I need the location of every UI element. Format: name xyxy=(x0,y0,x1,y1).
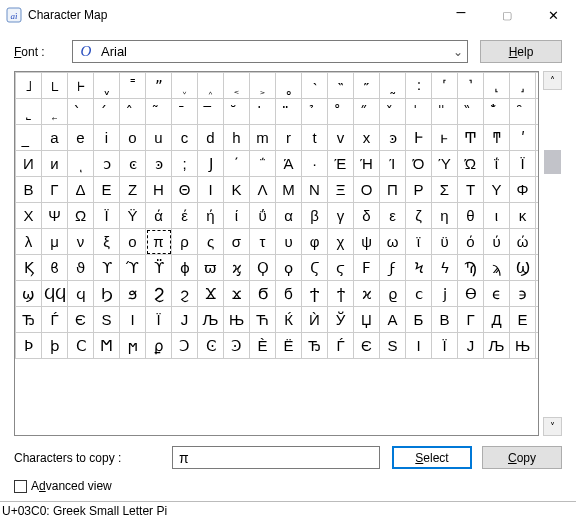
scroll-down-button[interactable]: ˅ xyxy=(543,417,562,436)
grid-cell[interactable]: Ћ xyxy=(250,307,276,333)
grid-cell[interactable]: Б xyxy=(406,307,432,333)
grid-cell[interactable]: Г xyxy=(458,307,484,333)
grid-cell[interactable]: ̀ xyxy=(68,99,94,125)
grid-cell[interactable]: δ xyxy=(354,203,380,229)
grid-cell[interactable]: h xyxy=(224,125,250,151)
grid-cell[interactable]: ϵ xyxy=(484,281,510,307)
grid-cell[interactable]: Ξ xyxy=(328,177,354,203)
grid-cell[interactable]: ͽ xyxy=(146,151,172,177)
grid-cell[interactable]: λ xyxy=(536,203,540,229)
grid-cell[interactable]: ˷ xyxy=(380,73,406,99)
grid-cell[interactable]: В xyxy=(432,307,458,333)
grid-cell[interactable]: Ο xyxy=(354,177,380,203)
grid-cell[interactable]: ϻ xyxy=(120,333,146,359)
grid-cell[interactable]: ΰ xyxy=(250,203,276,229)
grid-cell[interactable]: Ώ xyxy=(458,151,484,177)
grid-cell[interactable]: Њ xyxy=(224,307,250,333)
grid-cell[interactable]: ά xyxy=(146,203,172,229)
grid-cell[interactable]: Ϋ xyxy=(120,203,146,229)
grid-cell[interactable]: Ά xyxy=(276,151,302,177)
grid-cell[interactable]: ϐ xyxy=(42,255,68,281)
grid-cell[interactable]: і xyxy=(94,125,120,151)
grid-cell[interactable]: Ϸ xyxy=(536,281,540,307)
grid-cell[interactable]: Χ xyxy=(16,203,42,229)
grid-cell[interactable]: t xyxy=(302,125,328,151)
grid-cell[interactable]: ̒ xyxy=(536,99,540,125)
grid-cell[interactable]: ˳ xyxy=(276,73,302,99)
grid-cell[interactable]: ˺ xyxy=(458,73,484,99)
grid-cell[interactable]: ˲ xyxy=(250,73,276,99)
grid-cell[interactable]: Ν xyxy=(302,177,328,203)
grid-cell[interactable]: И xyxy=(16,151,42,177)
grid-cell[interactable]: ̉ xyxy=(302,99,328,125)
grid-cell[interactable]: ́ xyxy=(94,99,120,125)
advanced-view-checkbox[interactable] xyxy=(14,480,27,493)
grid-cell[interactable]: ˵ xyxy=(328,73,354,99)
grid-cell[interactable]: Џ xyxy=(354,307,380,333)
grid-cell[interactable]: ΐ xyxy=(484,151,510,177)
grid-cell[interactable]: Ϩ xyxy=(146,281,172,307)
grid-cell[interactable]: ̌ xyxy=(380,99,406,125)
grid-cell[interactable]: ˩ xyxy=(16,73,42,99)
grid-cell[interactable]: · xyxy=(302,151,328,177)
scroll-track[interactable] xyxy=(544,90,561,417)
grid-cell[interactable]: ˹ xyxy=(432,73,458,99)
grid-cell[interactable]: Ϡ xyxy=(458,255,484,281)
grid-cell[interactable]: κ xyxy=(510,203,536,229)
grid-cell[interactable]: Ђ xyxy=(16,307,42,333)
grid-cell[interactable]: с xyxy=(172,125,198,151)
grid-cell[interactable]: ϤϤ xyxy=(42,281,68,307)
grid-cell[interactable]: ο xyxy=(120,229,146,255)
grid-cell[interactable]: Ј xyxy=(458,333,484,359)
grid-cell[interactable]: Ε xyxy=(94,177,120,203)
grid-cell[interactable]: ͽ xyxy=(380,125,406,151)
grid-cell[interactable]: ; xyxy=(172,151,198,177)
grid-cell[interactable]: ϔ xyxy=(146,255,172,281)
grid-cell[interactable]: μ xyxy=(42,229,68,255)
grid-cell[interactable]: ρ xyxy=(172,229,198,255)
grid-cell[interactable]: ϯ xyxy=(328,281,354,307)
grid-cell[interactable]: ϼ xyxy=(146,333,172,359)
grid-cell[interactable]: ˿ xyxy=(42,99,68,125)
grid-cell[interactable]: Η xyxy=(146,177,172,203)
grid-cell[interactable]: Є xyxy=(354,333,380,359)
grid-cell[interactable]: ̊ xyxy=(328,99,354,125)
grid-cell[interactable]: Δ xyxy=(68,177,94,203)
grid-cell[interactable]: Β xyxy=(16,177,42,203)
grid-cell[interactable]: ˬ xyxy=(94,73,120,99)
grid-cell[interactable]: ϱ xyxy=(380,281,406,307)
grid-cell[interactable]: ϑ xyxy=(68,255,94,281)
grid-cell[interactable]: ̋ xyxy=(354,99,380,125)
grid-cell[interactable]: ϳ xyxy=(432,281,458,307)
grid-cell[interactable]: Д xyxy=(484,307,510,333)
grid-cell[interactable]: Ύ xyxy=(432,151,458,177)
grid-cell[interactable]: ϴ xyxy=(458,281,484,307)
minimize-button[interactable]: – xyxy=(438,0,484,30)
grid-cell[interactable]: ˾ xyxy=(16,99,42,125)
grid-cell[interactable]: Ѝ xyxy=(302,307,328,333)
grid-cell[interactable]: а xyxy=(42,125,68,151)
grid-cell[interactable]: Ѓ xyxy=(42,307,68,333)
grid-cell[interactable]: Σ xyxy=(432,177,458,203)
grid-cell[interactable]: Ϣ xyxy=(510,255,536,281)
grid-cell[interactable]: Ϧ xyxy=(94,281,120,307)
grid-cell[interactable]: Ж xyxy=(536,307,540,333)
grid-cell[interactable]: ˰ xyxy=(198,73,224,99)
grid-cell[interactable]: σ xyxy=(224,229,250,255)
grid-cell[interactable]: ̃ xyxy=(146,99,172,125)
grid-cell[interactable]: ̍ xyxy=(406,99,432,125)
grid-cell[interactable]: Ї xyxy=(146,307,172,333)
grid-cell[interactable]: ϥ xyxy=(68,281,94,307)
grid-cell[interactable]: ϒ xyxy=(94,255,120,281)
grid-cell[interactable]: γ xyxy=(328,203,354,229)
grid-cell[interactable]: ϲ xyxy=(406,281,432,307)
grid-cell[interactable]: ζ xyxy=(406,203,432,229)
grid-cell[interactable]: ͺ xyxy=(68,151,94,177)
grid-cell[interactable]: ϡ xyxy=(484,255,510,281)
grid-cell[interactable]: І xyxy=(406,333,432,359)
grid-cell[interactable]: ϓ xyxy=(120,255,146,281)
grid-cell[interactable]: ̐ xyxy=(484,99,510,125)
grid-cell[interactable]: ψ xyxy=(354,229,380,255)
grid-cell[interactable]: ˼ xyxy=(510,73,536,99)
grid-cell[interactable]: θ xyxy=(458,203,484,229)
